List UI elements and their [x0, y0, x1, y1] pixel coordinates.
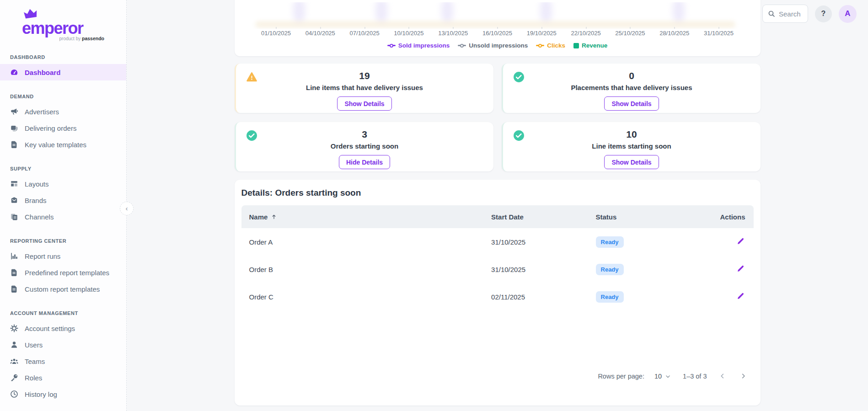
sidebar-section: ACCOUNT MANAGEMENTAccount settingsUsersT… [0, 309, 126, 402]
inbox-icon [10, 196, 18, 204]
search-icon [768, 10, 775, 17]
details-title: Details: Orders starting soon [241, 188, 754, 198]
x-axis-tick-label: 28/10/2025 [659, 30, 689, 37]
next-page-button[interactable] [740, 373, 747, 380]
status-badge: Ready [596, 291, 624, 303]
sidebar-section-title: DASHBOARD [0, 53, 126, 62]
sidebar-item-label: Advertisers [25, 108, 59, 116]
status-cell: Ready [596, 291, 703, 303]
sidebar-item-account-settings[interactable]: Account settings [0, 320, 126, 336]
sidebar-item-brands[interactable]: Brands [0, 192, 126, 208]
copies-icon [10, 213, 18, 221]
brand-logo[interactable]: emperor product by passendo [22, 14, 104, 41]
legend-label: Clicks [547, 42, 565, 49]
details-card: Details: Orders starting soon Name Start… [235, 180, 761, 406]
sidebar-item-label: Key value templates [25, 141, 86, 149]
key-icon [10, 374, 18, 382]
edit-button[interactable] [736, 236, 745, 247]
sidebar-item-teams[interactable]: Teams [0, 353, 126, 369]
sidebar-item-label: Custom report templates [25, 285, 100, 293]
x-axis-tick-label: 16/10/2025 [482, 30, 512, 37]
actions-cell [703, 264, 754, 275]
x-axis-tick-label: 13/10/2025 [438, 30, 468, 37]
sidebar-item-key-value-templates[interactable]: Key value templates [0, 136, 126, 153]
status-card-placements-that-have-delivery-issues: 0Placements that have delivery issuesSho… [502, 64, 761, 113]
sidebar-item-label: Teams [25, 358, 45, 365]
x-axis-tick-label: 07/10/2025 [350, 30, 380, 37]
column-header-name[interactable]: Name [241, 213, 492, 221]
legend-item-unsold-impressions[interactable]: Unsold impressions [458, 42, 528, 49]
legend-item-revenue[interactable]: Revenue [573, 42, 607, 49]
sidebar-item-label: Roles [25, 374, 42, 382]
show-details-button[interactable]: Show Details [604, 96, 659, 111]
sidebar-item-delivering-orders[interactable]: Delivering orders [0, 120, 126, 136]
sidebar-item-layouts[interactable]: Layouts [0, 176, 126, 192]
start-date-cell: 31/10/2025 [491, 238, 595, 246]
x-axis-tick-label: 01/10/2025 [261, 30, 291, 37]
sidebar-item-predefined-report-templates[interactable]: Predefined report templates [0, 264, 126, 281]
status-card-value: 0 [503, 70, 761, 81]
legend-item-sold-impressions[interactable]: Sold impressions [387, 42, 450, 49]
show-details-button[interactable]: Show Details [337, 96, 391, 111]
bar-chart-icon [10, 252, 18, 260]
sidebar-item-roles[interactable]: Roles [0, 369, 126, 386]
legend-item-clicks[interactable]: Clicks [536, 42, 565, 49]
check-circle-icon [246, 130, 257, 141]
document-icon [10, 140, 18, 149]
sidebar-collapse-button[interactable]: ‹ [120, 202, 134, 215]
clock-icon [10, 390, 18, 398]
sidebar-item-channels[interactable]: Channels [0, 208, 126, 225]
sidebar-section: DEMANDAdvertisersDelivering ordersKey va… [0, 92, 126, 153]
x-axis-tick-label: 04/10/2025 [305, 30, 335, 37]
sidebar-item-label: Dashboard [25, 69, 60, 76]
status-card-value: 3 [236, 129, 493, 140]
sidebar: emperor product by passendo DASHBOARDDas… [0, 0, 127, 411]
chart-legend: Sold impressionsUnsold impressionsClicks… [235, 42, 761, 49]
edit-button[interactable] [736, 264, 745, 275]
legend-square-marker [573, 43, 579, 48]
help-button[interactable]: ? [815, 5, 832, 22]
hide-details-button[interactable]: Hide Details [339, 155, 390, 169]
sidebar-item-custom-report-templates[interactable]: Custom report templates [0, 281, 126, 297]
rows-per-page-select[interactable]: 10 [654, 373, 671, 380]
chevron-right-icon [740, 373, 747, 379]
status-card-label: Line items that have delivery issues [236, 84, 493, 91]
chart-card: 01/10/202504/10/202507/10/202510/10/2025… [235, 0, 761, 56]
sidebar-item-advertisers[interactable]: Advertisers [0, 103, 126, 120]
sidebar-item-report-runs[interactable]: Report runs [0, 248, 126, 264]
legend-label: Sold impressions [398, 42, 450, 49]
tagline-brand: passendo [82, 36, 104, 41]
previous-page-button[interactable] [719, 373, 726, 380]
show-details-button[interactable]: Show Details [604, 155, 659, 169]
order-name-cell: Order B [241, 266, 492, 273]
sidebar-item-dashboard[interactable]: Dashboard [0, 64, 126, 80]
status-cards: 19Line items that have delivery issuesSh… [235, 64, 761, 171]
gear-icon [10, 324, 18, 332]
column-header-start-date[interactable]: Start Date [491, 213, 595, 221]
warning-icon [246, 71, 257, 83]
sidebar-item-history-log[interactable]: History log [0, 386, 126, 402]
sidebar-section-title: ACCOUNT MANAGEMENT [0, 309, 126, 318]
tagline-prefix: product by [59, 36, 81, 41]
status-card-value: 19 [236, 70, 493, 81]
chart-series-remnants [235, 2, 761, 29]
x-axis-tick-label: 31/10/2025 [704, 30, 734, 37]
edit-button[interactable] [736, 291, 745, 302]
sidebar-section: SUPPLYLayoutsBrandsChannels [0, 164, 126, 225]
search-placeholder: Search [779, 10, 801, 18]
x-axis-tick-label: 25/10/2025 [615, 30, 645, 37]
search-input[interactable]: Search [762, 5, 808, 23]
status-card-orders-starting-soon: 3Orders starting soonHide Details [235, 122, 493, 171]
table-row: Order A31/10/2025Ready [241, 228, 754, 256]
table-row: Order B31/10/2025Ready [241, 256, 754, 283]
status-card-line-items-starting-soon: 10Line items starting soonShow Details [502, 122, 761, 171]
start-date-cell: 02/11/2025 [491, 293, 595, 301]
topbar: Search ? A [762, 5, 857, 23]
column-header-status[interactable]: Status [596, 213, 703, 221]
avatar[interactable]: A [839, 5, 857, 23]
x-axis-tick-label: 22/10/2025 [571, 30, 601, 37]
sidebar-item-users[interactable]: Users [0, 336, 126, 353]
order-name-cell: Order A [241, 238, 492, 246]
main-content: 01/10/202504/10/202507/10/202510/10/2025… [127, 0, 868, 411]
check-circle-icon [513, 71, 525, 83]
